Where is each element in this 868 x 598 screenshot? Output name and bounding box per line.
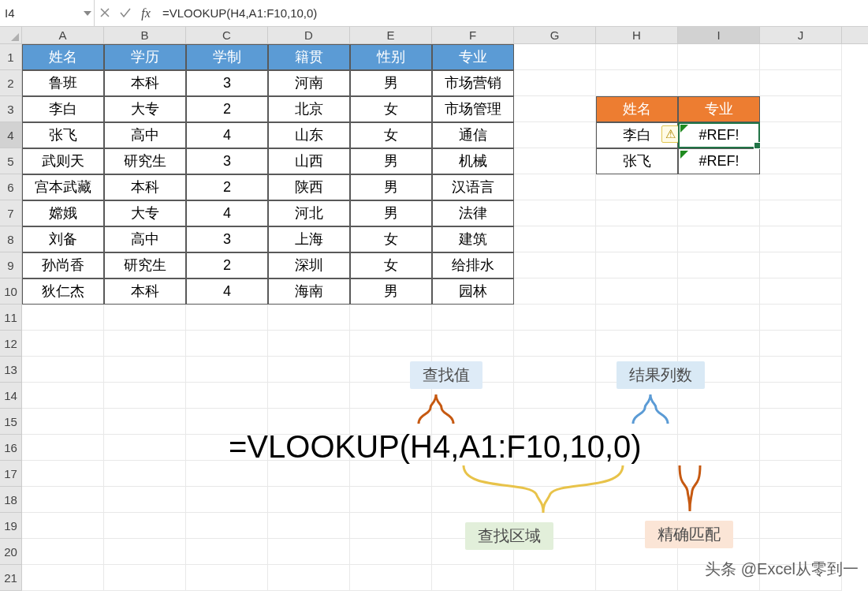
cell-I7[interactable]	[678, 200, 760, 226]
cell-B6[interactable]: 本科	[104, 174, 186, 200]
row-header-6[interactable]: 6	[0, 174, 22, 200]
cell-E12[interactable]	[350, 331, 432, 357]
cell-G6[interactable]	[514, 174, 596, 200]
row-header-21[interactable]: 21	[0, 565, 22, 591]
cell-C7[interactable]: 4	[186, 200, 268, 226]
cell-J4[interactable]	[760, 122, 842, 148]
cell-G7[interactable]	[514, 200, 596, 226]
cell-C6[interactable]: 2	[186, 174, 268, 200]
cell-C9[interactable]: 2	[186, 252, 268, 278]
cell-J16[interactable]	[760, 435, 842, 461]
row-header-1[interactable]: 1	[0, 44, 22, 70]
cell-I2[interactable]	[678, 70, 760, 96]
cell-D9[interactable]: 深圳	[268, 252, 350, 278]
cell-H11[interactable]	[596, 305, 678, 331]
cell-G3[interactable]	[514, 96, 596, 122]
cell-D8[interactable]: 上海	[268, 226, 350, 252]
cell-B1[interactable]: 学历	[104, 44, 186, 70]
cell-C20[interactable]	[186, 539, 268, 565]
cell-F5[interactable]: 机械	[432, 148, 514, 174]
cell-J3[interactable]	[760, 96, 842, 122]
cell-B3[interactable]: 大专	[104, 96, 186, 122]
cell-I12[interactable]	[678, 331, 760, 357]
row-header-14[interactable]: 14	[0, 383, 22, 409]
cell-C3[interactable]: 2	[186, 96, 268, 122]
col-header-D[interactable]: D	[268, 27, 350, 43]
col-header-C[interactable]: C	[186, 27, 268, 43]
cell-D14[interactable]	[268, 383, 350, 409]
cell-H9[interactable]	[596, 252, 678, 278]
cell-C11[interactable]	[186, 305, 268, 331]
cell-J11[interactable]	[760, 305, 842, 331]
cell-C14[interactable]	[186, 383, 268, 409]
col-header-E[interactable]: E	[350, 27, 432, 43]
cell-A10[interactable]: 狄仁杰	[22, 278, 104, 305]
cell-A1[interactable]: 姓名	[22, 44, 104, 70]
cell-J13[interactable]	[760, 357, 842, 383]
cell-B9[interactable]: 研究生	[104, 252, 186, 278]
cell-F11[interactable]	[432, 305, 514, 331]
cell-E11[interactable]	[350, 305, 432, 331]
cell-E2[interactable]: 男	[350, 70, 432, 96]
insert-function-button[interactable]: fx	[136, 6, 156, 21]
cell-C19[interactable]	[186, 513, 268, 539]
cell-G21[interactable]	[514, 565, 596, 591]
cell-H21[interactable]	[596, 565, 678, 591]
cell-B8[interactable]: 高中	[104, 226, 186, 252]
cell-B12[interactable]	[104, 331, 186, 357]
formula-bar-input[interactable]: =VLOOKUP(H4,A1:F10,10,0)	[156, 0, 868, 26]
cell-C10[interactable]: 4	[186, 278, 268, 305]
cell-H12[interactable]	[596, 331, 678, 357]
row-header-9[interactable]: 9	[0, 252, 22, 278]
cell-C13[interactable]	[186, 357, 268, 383]
cell-J9[interactable]	[760, 252, 842, 278]
cell-F10[interactable]: 园林	[432, 278, 514, 305]
cell-E21[interactable]	[350, 565, 432, 591]
cell-A3[interactable]: 李白	[22, 96, 104, 122]
confirm-button[interactable]	[115, 6, 136, 20]
cell-D12[interactable]	[268, 331, 350, 357]
cell-A16[interactable]	[22, 435, 104, 461]
cell-A12[interactable]	[22, 331, 104, 357]
cell-I6[interactable]	[678, 174, 760, 200]
cell-J14[interactable]	[760, 383, 842, 409]
cell-G14[interactable]	[514, 383, 596, 409]
cell-H7[interactable]	[596, 200, 678, 226]
cell-A20[interactable]	[22, 539, 104, 565]
col-header-J[interactable]: J	[760, 27, 842, 43]
cell-D11[interactable]	[268, 305, 350, 331]
cell-I4[interactable]: #REF!	[678, 122, 760, 148]
cell-A9[interactable]: 孙尚香	[22, 252, 104, 278]
cell-J5[interactable]	[760, 148, 842, 174]
col-header-G[interactable]: G	[514, 27, 596, 43]
cell-D5[interactable]: 山西	[268, 148, 350, 174]
row-header-8[interactable]: 8	[0, 226, 22, 252]
cell-G10[interactable]	[514, 278, 596, 305]
cell-F7[interactable]: 法律	[432, 200, 514, 226]
cell-B13[interactable]	[104, 357, 186, 383]
row-header-17[interactable]: 17	[0, 461, 22, 487]
cell-E10[interactable]: 男	[350, 278, 432, 305]
cell-E6[interactable]: 男	[350, 174, 432, 200]
cell-G1[interactable]	[514, 44, 596, 70]
cell-I8[interactable]	[678, 226, 760, 252]
cell-H3[interactable]: 姓名	[596, 96, 678, 122]
cell-H10[interactable]	[596, 278, 678, 305]
cell-J18[interactable]	[760, 487, 842, 513]
cell-E20[interactable]	[350, 539, 432, 565]
row-header-5[interactable]: 5	[0, 148, 22, 174]
cell-F12[interactable]	[432, 331, 514, 357]
cell-B20[interactable]	[104, 539, 186, 565]
row-header-15[interactable]: 15	[0, 409, 22, 435]
row-header-12[interactable]: 12	[0, 331, 22, 357]
cell-J2[interactable]	[760, 70, 842, 96]
cell-B19[interactable]	[104, 513, 186, 539]
cell-G2[interactable]	[514, 70, 596, 96]
cell-H2[interactable]	[596, 70, 678, 96]
cell-G11[interactable]	[514, 305, 596, 331]
row-header-20[interactable]: 20	[0, 539, 22, 565]
cell-D18[interactable]	[268, 487, 350, 513]
cell-I5[interactable]: #REF!	[678, 148, 760, 174]
cell-H8[interactable]	[596, 226, 678, 252]
row-header-3[interactable]: 3	[0, 96, 22, 122]
